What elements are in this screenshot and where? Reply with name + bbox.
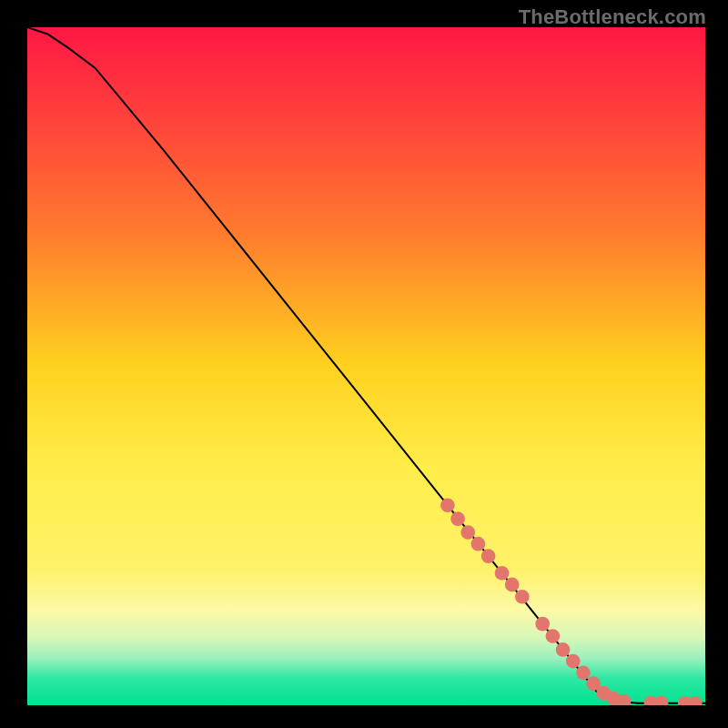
- marker-point: [576, 665, 591, 680]
- marker-point: [440, 498, 455, 512]
- marker-point: [505, 578, 520, 592]
- marker-point: [471, 537, 486, 551]
- marker-point: [460, 525, 475, 540]
- marker-point: [495, 566, 510, 581]
- watermark-text: TheBottleneck.com: [519, 5, 706, 29]
- chart-plot-area: [27, 27, 705, 705]
- marker-point: [481, 549, 496, 563]
- marker-point: [450, 511, 465, 526]
- marker-point: [535, 617, 550, 632]
- marker-point: [515, 590, 530, 604]
- marker-point: [566, 654, 581, 669]
- marker-point: [546, 629, 561, 643]
- marker-point: [556, 642, 571, 657]
- chart-frame: TheBottleneck.com: [0, 0, 728, 728]
- plot-background: [27, 27, 705, 705]
